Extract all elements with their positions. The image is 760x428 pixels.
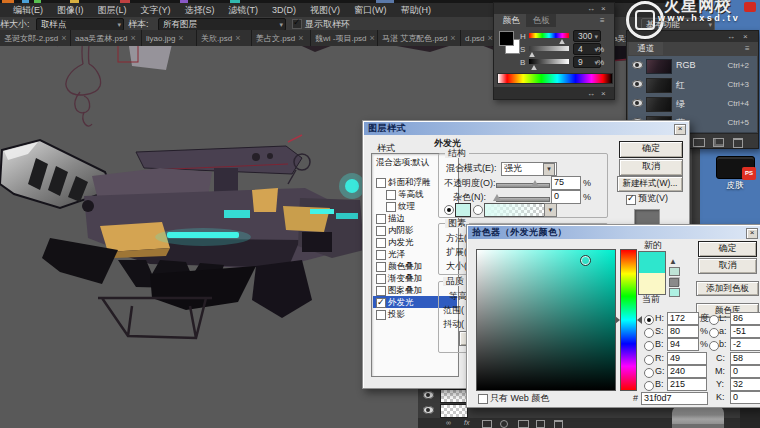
document-tab[interactable]: 魏wi -项目.psd× [311,30,378,46]
c-input[interactable]: 58 [730,352,760,365]
cancel-button[interactable]: 取消 [698,258,757,274]
hue-handle-right[interactable] [637,316,642,324]
panel-header[interactable]: ↔ × [494,3,614,14]
color-field-marker[interactable] [580,255,591,266]
link-layers-icon[interactable]: ∞ [446,419,451,427]
color-spectrum-ramp[interactable] [497,73,613,84]
style-checkbox[interactable] [386,190,396,200]
a-input[interactable]: -51 [730,325,760,338]
save-selection-icon[interactable] [693,138,705,147]
style-checkbox[interactable] [376,214,386,224]
glow-color-swatch[interactable] [455,203,471,217]
collapse-panel-icon[interactable]: ↔ [587,90,595,98]
tab-close-icon[interactable]: × [370,34,375,43]
delete-channel-icon[interactable] [733,138,743,148]
document-tab[interactable]: d.psd× [461,30,496,46]
b-radio[interactable] [644,341,654,351]
tab-close-icon[interactable]: × [235,34,240,43]
layer-mask-icon[interactable] [482,420,492,428]
tab-close-icon[interactable]: × [450,34,455,43]
new-layer-icon[interactable] [536,420,545,428]
saturation-slider-handle[interactable] [529,52,535,57]
foreground-color-swatch[interactable] [499,31,514,46]
dialog-titlebar[interactable]: 图层样式 [364,122,688,135]
visibility-eye-icon[interactable] [632,99,643,107]
ok-button[interactable]: 确定 [698,241,757,257]
close-panel-icon[interactable]: × [743,33,748,41]
opacity-slider-handle[interactable] [531,180,539,187]
hex-input[interactable]: 31f0d7 [641,392,708,405]
close-dialog-icon[interactable]: × [674,124,686,135]
brightness-slider-handle[interactable] [531,65,537,70]
panel-menu-icon[interactable]: ≡ [745,45,750,53]
layer-group-icon[interactable] [518,420,529,428]
style-checkbox[interactable] [376,250,386,260]
style-checkbox[interactable] [376,226,386,236]
menu-image[interactable]: 图像(I) [50,4,91,16]
s-radio[interactable] [644,328,654,338]
g-radio[interactable] [644,368,654,378]
blend-mode-dropdown-arrow[interactable]: ▼ [543,163,555,176]
hue-slider[interactable] [529,33,569,38]
layer-thumbnail[interactable] [440,389,468,403]
preview-checkbox[interactable] [626,195,636,205]
new-style-button[interactable]: 新建样式(W)... [617,176,683,192]
noise-slider[interactable] [496,197,550,202]
ok-button[interactable]: 确定 [619,141,683,158]
menu-view[interactable]: 视图(V) [303,4,347,16]
style-checkbox[interactable] [376,274,386,284]
y-input[interactable]: 32 [730,378,760,391]
layer-thumbnail[interactable] [440,404,468,418]
panel-header[interactable]: ↔ × [627,31,758,42]
h-input[interactable]: 172 [667,312,699,325]
cancel-button[interactable]: 取消 [619,159,683,176]
dialog-titlebar[interactable]: 拾色器（外发光颜色） [468,226,760,239]
menu-edit[interactable]: 编辑(E) [6,4,50,16]
gamut-color-swatch[interactable] [669,267,680,276]
menu-layer[interactable]: 图层(L) [91,4,134,16]
hue-slider-handle[interactable] [559,39,565,44]
tab-close-icon[interactable]: × [298,34,303,43]
close-panel-icon[interactable]: × [601,90,606,98]
menu-help[interactable]: 帮助(H) [394,4,439,16]
b2-input[interactable]: 215 [667,378,707,391]
hue-strip[interactable] [620,249,637,391]
channel-row-rgb[interactable]: RGB Ctrl+2 [628,56,757,76]
web-safe-cube-icon[interactable] [669,278,679,287]
tab-close-icon[interactable]: × [61,34,66,43]
tab-close-icon[interactable]: × [130,34,135,43]
document-tab[interactable]: 关欣.psd× [197,30,252,46]
menu-type[interactable]: 文字(Y) [134,4,178,16]
menu-3d[interactable]: 3D(D) [265,4,303,16]
menu-window[interactable]: 窗口(W) [347,4,394,16]
web-safe-color-swatch[interactable] [669,288,680,297]
show-ring-checkbox[interactable] [292,19,302,29]
saturation-brightness-field[interactable] [476,249,616,391]
glow-color-radio[interactable] [444,205,454,215]
document-tab[interactable]: 姜占文.psd× [252,30,311,46]
adjustment-layer-icon[interactable] [500,420,508,428]
layer-fx-icon[interactable]: fx [464,419,469,427]
glow-gradient-radio[interactable] [473,205,483,215]
style-checkbox[interactable] [376,178,386,188]
m-input[interactable]: 0 [730,365,760,378]
saturation-slider[interactable] [529,46,569,51]
r-radio[interactable] [644,355,654,365]
hue-handle-left[interactable] [615,316,620,324]
delete-layer-icon[interactable] [554,420,563,428]
style-checkbox[interactable] [376,298,386,308]
b-input[interactable]: 94 [667,338,699,351]
l-radio[interactable] [709,315,719,325]
style-checkbox[interactable] [376,286,386,296]
lab-b-radio[interactable] [709,341,719,351]
collapse-panel-icon[interactable]: ↔ [727,33,735,41]
close-dialog-icon[interactable]: × [746,228,758,239]
tab-close-icon[interactable]: × [178,34,183,43]
gradient-picker-arrow[interactable]: ▼ [544,203,557,217]
opacity-slider[interactable] [496,183,550,188]
panel-menu-icon[interactable]: ≡ [600,17,605,25]
collapse-panel-icon[interactable]: ↔ [587,5,595,13]
document-tab[interactable]: aaa吴孟林.psd× [71,30,142,46]
visibility-eye-icon[interactable] [632,80,643,88]
document-tab[interactable]: 马湛 艾克配色.psd× [378,30,461,46]
